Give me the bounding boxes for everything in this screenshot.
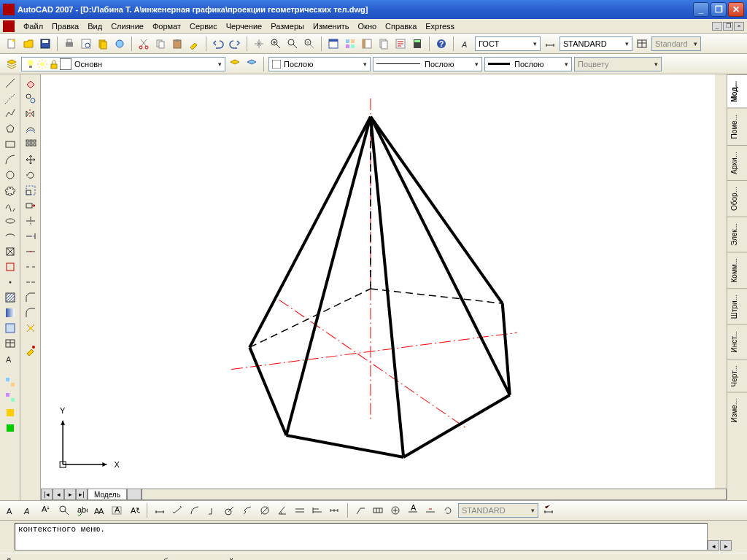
design-center-button[interactable] xyxy=(343,36,357,51)
vertical-scrollbar[interactable] xyxy=(715,74,727,489)
table-style-button[interactable] xyxy=(635,36,649,51)
palette-tab-4[interactable]: Элек... xyxy=(727,217,747,252)
menu-file[interactable]: Файл xyxy=(19,20,47,32)
scale-text-button[interactable]: AA xyxy=(92,503,107,518)
mdi-close-button[interactable]: × xyxy=(734,22,744,31)
palette-tab-1[interactable]: Поме... xyxy=(727,108,747,145)
rotate-tool[interactable] xyxy=(23,168,39,182)
palette-tab-3[interactable]: Обор... xyxy=(727,180,747,217)
rectangle-tool[interactable] xyxy=(2,137,18,152)
chamfer-tool[interactable] xyxy=(23,290,39,305)
tab-first-button[interactable]: |◂ xyxy=(41,489,53,500)
zoom-previous-button[interactable] xyxy=(302,36,317,51)
quickcalc-button[interactable] xyxy=(410,36,425,51)
color-dropdown[interactable]: Послою▾ xyxy=(268,57,371,71)
dim-ordinate-button[interactable] xyxy=(205,503,220,518)
palette-tab-7[interactable]: Инст... xyxy=(727,324,747,359)
plotstyle-dropdown[interactable]: Поцвету▾ xyxy=(574,57,662,71)
command-input[interactable]: контекстного меню. xyxy=(15,523,708,551)
minimize-button[interactable]: _ xyxy=(693,2,709,17)
cmd-scroll-left[interactable]: ◂ xyxy=(708,540,719,551)
convert-text-button[interactable]: A↻ xyxy=(127,503,142,518)
maximize-button[interactable]: ❐ xyxy=(711,2,727,17)
erase-tool[interactable] xyxy=(23,76,39,90)
paint-tool[interactable] xyxy=(23,343,39,357)
match-properties-button[interactable] xyxy=(187,36,201,51)
layer-dropdown[interactable]: Основн ▾ xyxy=(21,57,225,71)
make-block-tool[interactable] xyxy=(2,260,18,274)
palette-tab-5[interactable]: Комм... xyxy=(727,252,747,288)
palette-tab-model[interactable]: Мод... xyxy=(727,74,747,108)
open-button[interactable] xyxy=(21,36,36,51)
menu-modify[interactable]: Изменить xyxy=(309,20,354,32)
sheet-set-button[interactable] xyxy=(376,36,391,51)
offset-tool[interactable] xyxy=(23,122,39,136)
edit-text-button[interactable]: Aꜜ xyxy=(39,503,54,518)
dim-baseline-button[interactable] xyxy=(310,503,325,518)
dim-jogged-button[interactable] xyxy=(240,503,255,518)
dim-edit-button[interactable]: A xyxy=(406,503,420,518)
mdi-restore-button[interactable]: ❐ xyxy=(723,22,733,31)
find-button[interactable] xyxy=(57,503,71,518)
zoom-realtime-button[interactable] xyxy=(268,36,283,51)
polyline-tool[interactable] xyxy=(2,106,18,121)
pan-realtime-button[interactable] xyxy=(252,36,266,51)
dim-arc-button[interactable] xyxy=(187,503,202,518)
insert-block-tool[interactable] xyxy=(2,244,18,259)
extra-tool-2[interactable] xyxy=(2,390,18,405)
line-tool[interactable] xyxy=(2,76,18,90)
dim-style-manager-button[interactable] xyxy=(541,503,556,518)
copy-tool[interactable] xyxy=(23,91,39,106)
polygon-tool[interactable] xyxy=(2,122,18,136)
hatch-tool[interactable] xyxy=(2,290,18,305)
layer-states-button[interactable] xyxy=(244,57,259,71)
save-button[interactable] xyxy=(38,36,53,51)
mtext-button[interactable]: A xyxy=(4,503,19,518)
revcloud-tool[interactable] xyxy=(2,183,18,198)
justify-text-button[interactable]: A xyxy=(109,503,124,518)
zoom-window-button[interactable] xyxy=(285,36,300,51)
extra-tool-4[interactable] xyxy=(2,421,18,435)
dim-style-dropdown2[interactable]: STANDARD▾ xyxy=(458,503,538,518)
print-preview-button[interactable] xyxy=(79,36,93,51)
menu-format[interactable]: Формат xyxy=(148,20,185,32)
spline-tool[interactable] xyxy=(2,198,18,213)
drawing-canvas[interactable]: X Y xyxy=(41,74,715,489)
mdi-minimize-button[interactable]: _ xyxy=(712,22,722,31)
publish-button[interactable] xyxy=(96,36,110,51)
palette-tab-9[interactable]: Изме... xyxy=(727,392,747,429)
tab-last-button[interactable]: ▸| xyxy=(76,489,88,500)
cmd-scroll-right[interactable]: ▸ xyxy=(720,540,732,551)
menu-dimension[interactable]: Размеры xyxy=(266,20,309,32)
layer-previous-button[interactable] xyxy=(228,57,242,71)
menu-insert[interactable]: Слияние xyxy=(107,20,148,32)
cut-button[interactable] xyxy=(136,36,151,51)
ellipse-tool[interactable] xyxy=(2,214,18,228)
dim-style-button[interactable] xyxy=(543,36,557,51)
break-tool[interactable] xyxy=(23,260,39,274)
dim-diameter-button[interactable] xyxy=(258,503,272,518)
layout-tab[interactable] xyxy=(127,489,142,500)
join-tool[interactable] xyxy=(23,275,39,289)
palette-tab-2[interactable]: Архи... xyxy=(727,145,747,180)
model-tab[interactable]: Модель xyxy=(88,489,127,500)
dim-style-dropdown[interactable]: STANDARD▾ xyxy=(560,36,632,51)
properties-button[interactable] xyxy=(326,36,341,51)
layer-manager-button[interactable] xyxy=(4,57,19,71)
menu-help[interactable]: Справка xyxy=(381,20,421,32)
linetype-dropdown[interactable]: Послою▾ xyxy=(373,57,482,71)
palette-tab-6[interactable]: Штри... xyxy=(727,288,747,324)
menu-window[interactable]: Окно xyxy=(354,20,382,32)
dim-radius-button[interactable] xyxy=(222,503,237,518)
menu-tools[interactable]: Сервис xyxy=(185,20,222,32)
point-tool[interactable] xyxy=(2,275,18,289)
circle-tool[interactable] xyxy=(2,168,18,182)
mirror-tool[interactable] xyxy=(23,106,39,121)
dim-angular-button[interactable] xyxy=(275,503,290,518)
palette-tab-8[interactable]: Черт... xyxy=(727,359,747,392)
spell-button[interactable]: abc xyxy=(74,503,89,518)
arc-tool[interactable] xyxy=(2,152,18,167)
gradient-tool[interactable] xyxy=(2,306,18,320)
leader-button[interactable] xyxy=(353,503,368,518)
extend-tool[interactable] xyxy=(23,229,39,244)
